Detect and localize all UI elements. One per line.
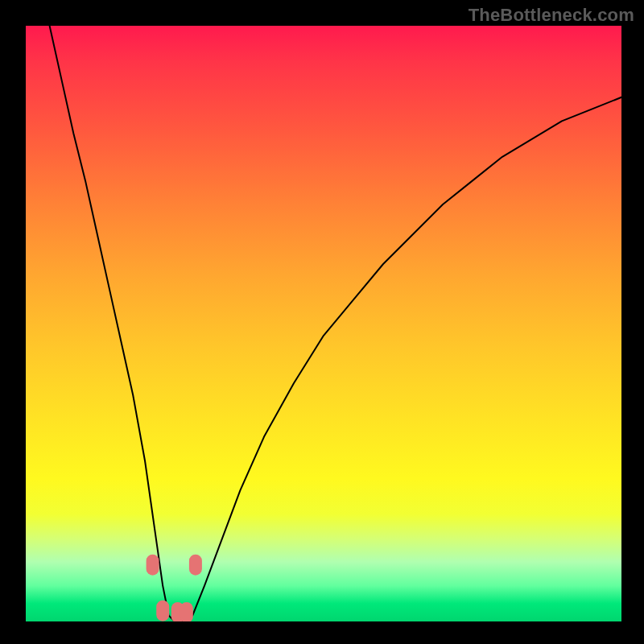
chart-frame: TheBottleneck.com — [0, 0, 644, 644]
bottleneck-curve — [50, 26, 621, 621]
curve-marker — [180, 602, 193, 621]
plot-area — [26, 26, 621, 621]
curve-marker — [156, 601, 169, 621]
curve-marker — [147, 555, 159, 576]
curve-path — [50, 26, 621, 621]
watermark-text: TheBottleneck.com — [469, 5, 634, 26]
curve-layer — [26, 26, 621, 621]
curve-marker — [189, 555, 202, 576]
